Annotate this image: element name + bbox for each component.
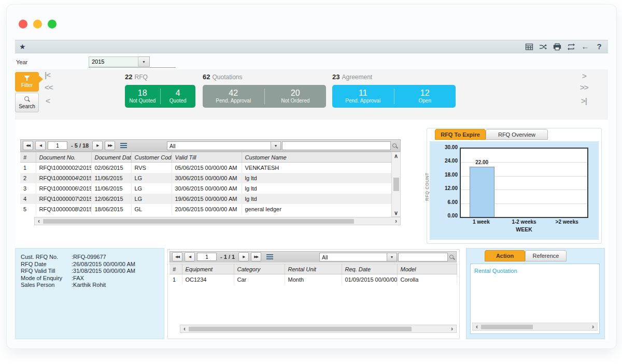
shuffle-icon[interactable] xyxy=(539,42,548,51)
scroll-left-icon[interactable]: ‹ xyxy=(473,324,481,330)
rfq-search-icon[interactable] xyxy=(392,143,398,149)
table-row[interactable]: 3 RFQ\10000006\2015 11/06/2015 LG 30/06/… xyxy=(20,183,391,194)
kpi-first-page-icon[interactable]: |< xyxy=(45,71,50,79)
last-page-button[interactable]: ▶▶ xyxy=(105,141,115,150)
scroll-right-icon[interactable]: › xyxy=(448,326,456,332)
equipment-table-header-row: # Equipment Category Rental Unit Req. Da… xyxy=(169,264,457,274)
scrollbar-thumb[interactable] xyxy=(393,178,399,191)
grid-menu-icon[interactable] xyxy=(266,254,273,255)
cell-customer-code: LG xyxy=(131,183,172,194)
rfq-table: # Document No. Document Date Customer Co… xyxy=(20,152,392,214)
equipment-filter-value[interactable]: All xyxy=(319,253,387,261)
scroll-right-icon[interactable]: › xyxy=(589,324,597,330)
equipment-search-input[interactable] xyxy=(398,253,448,261)
year-dropdown-button[interactable]: ▼ xyxy=(138,56,150,67)
tab-action[interactable]: Action xyxy=(485,250,525,261)
rfq-quoted-segment[interactable]: 4Quoted xyxy=(161,85,196,108)
bar-slot-1-2weeks xyxy=(503,149,545,217)
document-link[interactable]: RFQ\10000002\2015 xyxy=(36,163,91,173)
tab-reference[interactable]: Reference xyxy=(525,250,567,261)
next-page-button[interactable]: ▶ xyxy=(92,141,103,150)
last-page-button[interactable]: ▶▶ xyxy=(251,252,261,261)
prev-page-button[interactable]: ◀ xyxy=(185,252,195,261)
x-axis-label: WEEK xyxy=(460,226,588,232)
search-button[interactable]: Search xyxy=(15,93,39,112)
col-header-valid-till: Valid Till xyxy=(172,152,242,163)
close-button[interactable] xyxy=(19,20,27,28)
minimize-button[interactable] xyxy=(33,20,42,28)
grid-menu-icon[interactable] xyxy=(120,143,127,144)
page-number-input[interactable] xyxy=(197,253,217,261)
kpi-last-page-icon[interactable]: >| xyxy=(581,97,587,105)
kpi-next-icon[interactable]: > xyxy=(582,72,586,80)
action-horizontal-scrollbar[interactable]: ‹ › xyxy=(472,323,598,331)
table-row[interactable]: 4 RFQ\10000007\2015 12/06/2015 LG 19/06/… xyxy=(20,194,391,204)
scroll-right-icon[interactable]: › xyxy=(392,218,400,224)
rfq-search-input[interactable] xyxy=(282,141,391,150)
first-page-button[interactable]: ◀◀ xyxy=(172,252,182,261)
rfq-details-panel: Cust. RFQ No.:RFQ-099677 RFQ Date:26/08/… xyxy=(15,248,164,339)
rfq-filter-dropdown-button[interactable]: ▼ xyxy=(271,141,281,150)
help-icon[interactable]: ? xyxy=(595,42,604,51)
rfq-not-quoted-segment[interactable]: 18Not Quoted xyxy=(125,85,160,108)
agreement-pending-segment[interactable]: 11Pend. Approval xyxy=(332,85,394,108)
equipment-search-icon[interactable] xyxy=(449,254,455,260)
col-header-index: # xyxy=(169,264,182,274)
col-header-rental-unit: Rental Unit xyxy=(285,264,342,274)
tab-rfq-overview[interactable]: RFQ Overview xyxy=(486,129,548,140)
page-range-label: - 5 / 18 xyxy=(71,142,89,149)
rfq-horizontal-scrollbar[interactable]: ‹ › xyxy=(34,217,401,225)
table-row[interactable]: 2 RFQ\10000004\2015 11/06/2015 LG 30/06/… xyxy=(20,173,391,183)
cell-customer-name: lg ltd xyxy=(242,173,391,183)
rfq-filter-value[interactable]: All xyxy=(167,141,271,150)
document-link[interactable]: RFQ\10000006\2015 xyxy=(36,183,91,194)
scrollbar-thumb[interactable] xyxy=(481,325,533,329)
kpi-group-rfq: 22RFQ 18Not Quoted 4Quoted xyxy=(125,73,195,108)
kpi-group-quotations: 62Quotations 42Pend. Approval 20Not Orde… xyxy=(203,73,326,108)
filter-button[interactable]: Filter xyxy=(15,72,39,92)
quotations-not-ordered-segment[interactable]: 20Not Ordered xyxy=(265,85,327,108)
kpi-fast-next-icon[interactable]: >> xyxy=(580,83,588,92)
table-row[interactable]: 1 OC1234 Car Month 01/09/2015 00/00/00 C… xyxy=(169,274,457,285)
back-icon[interactable]: ← xyxy=(581,42,590,51)
rfq-table-toolbar: ◀◀ ◀ - 5 / 18 ▶ ▶▶ All ▼ xyxy=(20,139,401,152)
scrollbar-thumb[interactable] xyxy=(189,327,412,331)
rfq-filter-combo: All ▼ xyxy=(167,141,281,150)
next-page-button[interactable]: ▶ xyxy=(238,252,249,261)
detail-value: :26/08/2015 00/00/00 AM xyxy=(72,261,135,268)
document-link[interactable]: RFQ\10000004\2015 xyxy=(36,173,91,183)
agreement-open-segment[interactable]: 12Open xyxy=(394,85,456,108)
table-row[interactable]: 5 RFQ\10000008\2015 18/06/2015 GL 20/06/… xyxy=(20,204,391,214)
spreadsheet-icon[interactable] xyxy=(525,42,534,51)
scroll-left-icon[interactable]: ‹ xyxy=(180,326,189,332)
year-input[interactable] xyxy=(89,56,138,67)
first-page-button[interactable]: ◀◀ xyxy=(23,141,33,150)
rfq-vertical-scrollbar[interactable]: ∧ ∨ xyxy=(391,152,401,217)
refresh-icon[interactable] xyxy=(567,42,576,51)
equipment-horizontal-scrollbar[interactable]: ‹ › xyxy=(180,325,457,333)
quotations-pending-segment[interactable]: 42Pend. Approval xyxy=(203,85,264,108)
scroll-up-icon[interactable]: ∧ xyxy=(394,153,398,159)
document-link[interactable]: RFQ\10000008\2015 xyxy=(36,204,91,214)
kpi-fast-prev-icon[interactable]: << xyxy=(45,83,53,92)
equipment-filter-dropdown-button[interactable]: ▼ xyxy=(387,253,397,261)
kpi-title: Agreement xyxy=(342,74,372,81)
scroll-down-icon[interactable]: ∨ xyxy=(394,210,398,216)
favorite-star-icon[interactable]: ★ xyxy=(19,42,26,51)
chart-bar: 22.00 xyxy=(470,167,494,217)
kpi-prev-icon[interactable]: < xyxy=(46,97,50,105)
segment-label: Open xyxy=(419,98,431,104)
x-tick: 1 week xyxy=(460,219,503,225)
tab-rfq-to-expire[interactable]: RFQ To Expire xyxy=(435,129,486,140)
scroll-left-icon[interactable]: ‹ xyxy=(35,218,43,224)
x-tick: >2 weeks xyxy=(545,219,588,225)
page-number-input[interactable] xyxy=(48,141,67,150)
rental-quotation-link[interactable]: Rental Quotation xyxy=(474,268,517,274)
zoom-button[interactable] xyxy=(48,20,56,28)
print-icon[interactable] xyxy=(553,42,562,51)
prev-page-button[interactable]: ◀ xyxy=(35,141,46,150)
scrollbar-thumb[interactable] xyxy=(43,219,354,224)
document-link[interactable]: RFQ\10000007\2015 xyxy=(36,194,91,204)
cell-document-date: 18/06/2015 xyxy=(91,204,131,214)
table-row[interactable]: 1 RFQ\10000002\2015 02/06/2015 RVS 05/06… xyxy=(20,163,391,173)
